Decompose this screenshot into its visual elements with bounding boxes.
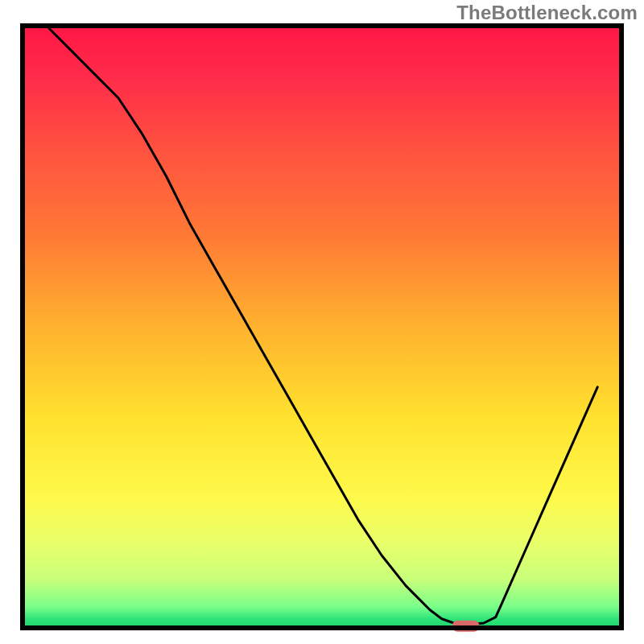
watermark-text: TheBottleneck.com: [456, 2, 638, 24]
bottleneck-chart: [0, 0, 644, 644]
chart-container: { "watermark": "TheBottleneck.com", "cha…: [0, 0, 644, 644]
